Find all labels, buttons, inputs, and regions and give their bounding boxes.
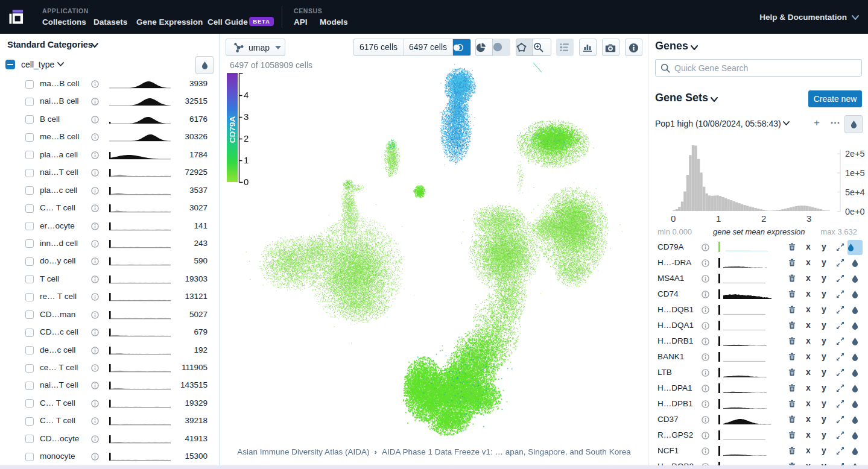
svg-text:3: 3 (806, 213, 811, 224)
svg-text:5e+4: 5e+4 (845, 187, 865, 197)
svg-text:0e+0: 0e+0 (845, 207, 865, 216)
svg-text:1: 1 (716, 213, 721, 224)
svg-text:4: 4 (244, 90, 249, 100)
svg-text:CD79A: CD79A (228, 116, 237, 143)
svg-text:1e+5: 1e+5 (845, 168, 865, 178)
svg-text:2e+5: 2e+5 (845, 149, 865, 159)
svg-text:0: 0 (244, 177, 249, 187)
svg-text:2: 2 (244, 133, 249, 143)
svg-text:2: 2 (761, 213, 766, 224)
svg-text:3: 3 (244, 112, 249, 122)
svg-text:1: 1 (244, 155, 249, 165)
svg-text:0: 0 (671, 213, 676, 224)
